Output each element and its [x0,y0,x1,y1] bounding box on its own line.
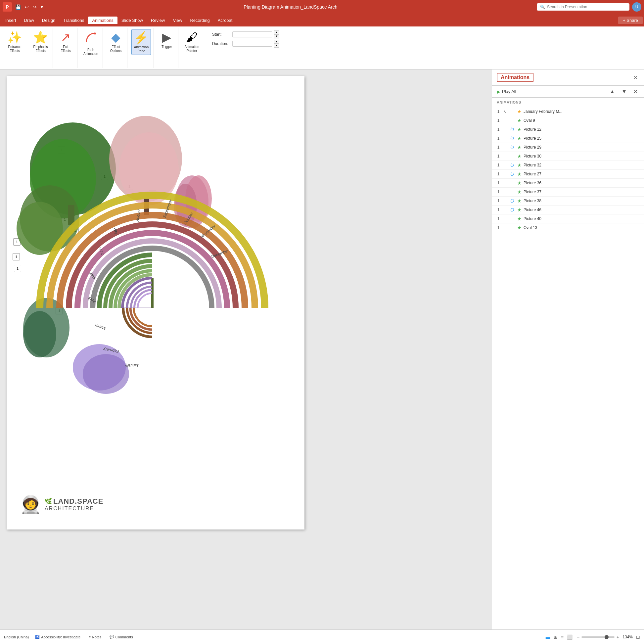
anim-list-item[interactable]: 1↖★January February M... [492,107,644,116]
anim-item-name: Picture 30 [524,154,641,159]
anim-item-num: 1 [495,145,501,150]
app-icon: P [3,2,12,12]
main-area: 1 1 1 1 1 1 1 1 1 1 1 [0,69,644,629]
anim-clock-icon: ⏱ [510,145,515,150]
normal-view-icon[interactable]: ▬ [545,633,551,641]
comments-icon: 💬 [110,635,114,639]
share-button[interactable]: + Share [618,17,643,24]
anim-item-name: Picture 36 [524,181,641,185]
logo-area: 🧑‍🚀 🌿 LAND.SPACE ARCHITECTURE [20,496,103,513]
animations-panel: Animations ✕ ▶ Play All ▲ ▼ ✕ ANIMATIONS… [492,69,644,629]
user-avatar[interactable]: U [632,2,641,12]
duration-up[interactable]: ▲ [274,40,279,44]
fit-to-window-btn[interactable]: ⊡ [636,634,640,640]
panel-close-btn[interactable]: ✕ [632,74,639,81]
menu-draw[interactable]: Draw [20,17,38,24]
menu-view[interactable]: View [169,17,186,24]
anim-list-item[interactable]: 1⏱★Picture 12 [492,125,644,134]
anim-list-item[interactable]: 1★Picture 36 [492,179,644,188]
presenter-view-icon[interactable]: ⬜ [566,633,574,641]
anim-list-item[interactable]: 1★Picture 40 [492,214,644,223]
redo-button[interactable]: ↪ [31,4,38,10]
anim-list-item[interactable]: 1★Picture 37 [492,188,644,197]
anim-list-item[interactable]: 1⏱★Picture 29 [492,143,644,152]
animations-list[interactable]: 1↖★January February M...1★Oval 91⏱★Pictu… [492,107,644,629]
anim-list-item[interactable]: 1⏱★Picture 46 [492,206,644,214]
anim-item-num: 1 [495,136,501,141]
undo-button[interactable]: ↩ [23,4,30,10]
zoom-in-btn[interactable]: + [617,634,619,640]
exit-effects-btn[interactable]: ↗ ExitEffects [59,29,72,54]
anim-star-icon: ★ [517,225,522,230]
remove-btn[interactable]: ✕ [632,88,639,95]
zoom-out-btn[interactable]: − [577,634,579,640]
anim-clock-icon: ⏱ [510,136,515,141]
zoom-track[interactable] [581,636,615,638]
menu-transitions[interactable]: Transitions [59,17,88,24]
effect-options-label: EffectOptions [110,45,121,53]
outline-view-icon[interactable]: ≡ [560,633,565,641]
anim-list-item[interactable]: 1⏱★Picture 32 [492,161,644,170]
search-box[interactable]: 🔍 [537,3,629,11]
leaf-decoration: 🌿 [45,498,52,505]
duration-down[interactable]: ▼ [274,44,279,48]
start-up[interactable]: ▲ [274,30,279,34]
emphasis-effects-btn[interactable]: ⭐ EmphasisEffects [31,29,50,54]
start-input[interactable] [232,31,272,37]
notes-btn[interactable]: ≡ Notes [87,634,103,640]
svg-point-15 [23,311,56,357]
menu-recording[interactable]: Recording [186,17,213,24]
effect-options-btn[interactable]: ◆ EffectOptions [108,29,123,54]
accessibility-btn[interactable]: ♿ Accessibility: Investigate [33,634,82,640]
anim-list-item[interactable]: 1★Oval 13 [492,223,644,232]
accessibility-text: Accessibility: Investigate [41,635,80,639]
play-all-button[interactable]: ▶ Play All [497,89,516,94]
slide-canvas: 1 1 1 1 1 1 1 1 1 1 1 [7,76,304,529]
comments-btn[interactable]: 💬 Comments [108,634,135,640]
trigger-btn[interactable]: ▶ Trigger [160,29,174,50]
start-spinner: ▲ ▼ [274,30,279,38]
entrance-effects-btn[interactable]: ✨ EntranceEffects [5,29,24,54]
duration-input[interactable] [232,41,272,47]
menu-review[interactable]: Review [147,17,169,24]
menu-design[interactable]: Design [38,17,59,24]
anim-list-item[interactable]: 1⏱★Picture 25 [492,134,644,143]
anim-item-num: 1 [495,199,501,203]
anim-list-item[interactable]: 1★Picture 30 [492,152,644,161]
grid-view-icon[interactable]: ⊞ [553,633,559,641]
zoom-thumb[interactable] [605,635,609,639]
anim-list-item[interactable]: 1⏱★Picture 27 [492,170,644,179]
animation-painter-btn[interactable]: 🖌 AnimationPainter [182,29,201,54]
animation-pane-btn[interactable]: ⚡ AnimationPane [131,29,151,55]
anim-item-num: 1 [495,109,501,114]
ribbon: ✨ EntranceEffects ⭐ EmphasisEffects ↗ Ex… [0,26,644,69]
anim-item-name: Picture 46 [524,207,641,212]
customize-button[interactable]: ▾ [39,4,44,10]
menu-insert[interactable]: Insert [1,17,20,24]
notes-icon: ≡ [88,635,90,639]
path-animation-btn[interactable]: PathAnimation [81,29,100,57]
search-input[interactable] [547,5,626,9]
plant-diagram-svg: September October November December Augu… [7,76,304,440]
anim-clock-icon: ⏱ [510,172,515,177]
menu-animations[interactable]: Animations [88,17,117,24]
move-up-btn[interactable]: ▲ [608,88,617,95]
anim-star-icon: ★ [517,162,522,168]
anim-clock-icon: ⏱ [510,163,515,168]
menu-bar: Insert Draw Design Transitions Animation… [0,14,644,26]
animation-pane-label: AnimationPane [134,45,149,53]
move-down-btn[interactable]: ▼ [620,88,628,95]
path-animation-label: PathAnimation [83,48,98,56]
svg-text:P: P [6,4,9,10]
exit-effects-label: ExitEffects [61,45,70,53]
anim-item-num: 1 [495,172,501,176]
anim-list-item[interactable]: 1★Oval 9 [492,116,644,125]
start-down[interactable]: ▼ [274,34,279,38]
accessibility-icon: ♿ [35,635,40,639]
anim-list-item[interactable]: 1⏱★Picture 38 [492,197,644,206]
animation-painter-group: 🖌 AnimationPainter [180,28,204,68]
menu-acrobat[interactable]: Acrobat [214,17,237,24]
entrance-effects-group: ✨ EntranceEffects [3,28,27,68]
save-button[interactable]: 💾 [14,4,22,10]
menu-slideshow[interactable]: Slide Show [117,17,147,24]
